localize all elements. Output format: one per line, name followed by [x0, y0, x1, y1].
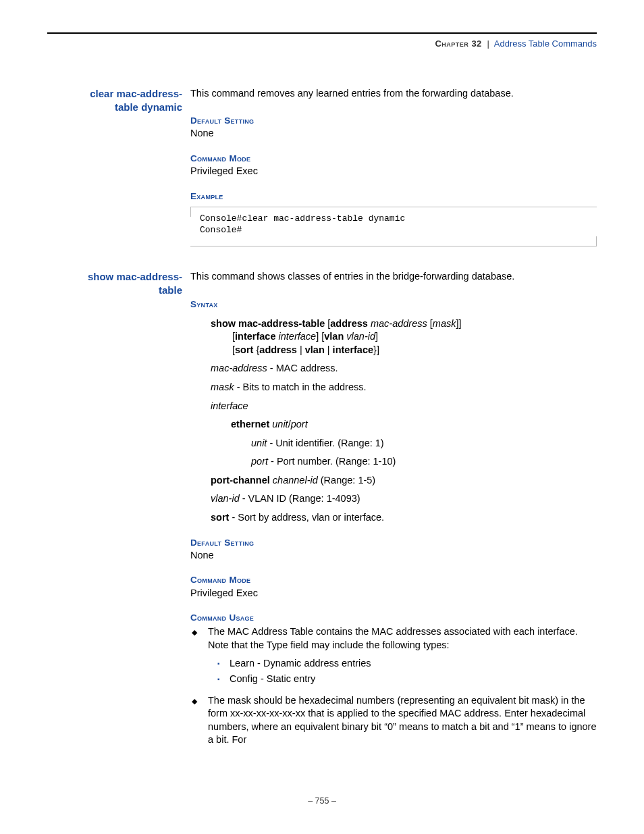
cmd-name-line2: table: [159, 284, 182, 296]
param-label: mac-address: [211, 363, 267, 373]
kw-vlan: vlan: [324, 331, 344, 342]
cmd-description: This command removes any learned entries…: [190, 87, 597, 101]
param-ethernet: ethernet unit/port: [231, 418, 597, 432]
kw-vlan2: vlan: [305, 344, 325, 355]
param-desc: - Sort by address, vlan or interface.: [229, 512, 384, 523]
param-label: interface: [211, 400, 248, 411]
kw-show: show mac-address-table: [211, 318, 325, 329]
kw-sort: sort: [235, 344, 253, 355]
param-unit: unit - Unit identifier. (Range: 1): [251, 437, 597, 450]
default-setting-head: Default Setting: [190, 537, 597, 549]
header-rule: [47, 32, 597, 34]
sub-item: Config - Static entry: [227, 673, 597, 686]
page-number: – 755 –: [308, 796, 336, 806]
param-port: port - Port number. (Range: 1-10): [251, 455, 597, 469]
arg-interface: interface: [279, 331, 317, 342]
syntax-head: Syntax: [190, 298, 597, 311]
usage-item: The mask should be hexadecimal numbers (…: [204, 694, 597, 747]
command-usage-head: Command Usage: [190, 612, 597, 624]
arg-vlanid: vlan-id: [346, 331, 375, 342]
arg-mask: mask: [433, 318, 456, 329]
page-footer: – 755 –: [0, 796, 644, 807]
param-label: vlan-id: [211, 493, 240, 504]
default-setting-body: None: [190, 549, 597, 563]
cmd-name-line2: table dynamic: [115, 101, 182, 113]
kw-address: address: [330, 318, 368, 329]
default-setting-body: None: [190, 127, 597, 140]
param-arg2: port: [291, 419, 308, 429]
example-head: Example: [190, 190, 597, 203]
header-title: Address Table Commands: [494, 38, 597, 49]
param-label: sort: [211, 512, 229, 523]
param-vlanid: vlan-id - VLAN ID (Range: 1-4093): [211, 492, 597, 506]
running-header: Chapter 32 | Address Table Commands: [47, 38, 597, 50]
cmd-name-line1: show mac-address-: [88, 271, 182, 282]
cmd-description: This command shows classes of entries in…: [190, 270, 597, 284]
param-mask: mask - Bits to match in the address.: [211, 381, 597, 394]
param-kw: port-channel: [211, 475, 270, 486]
sub-item: Learn - Dynamic address entries: [227, 657, 597, 671]
command-name: clear mac-address- table dynamic: [47, 87, 190, 246]
kw-interface: interface: [235, 331, 275, 342]
usage-sublist: Learn - Dynamic address entries Config -…: [217, 657, 597, 685]
param-sort: sort - Sort by address, vlan or interfac…: [211, 511, 597, 525]
syntax-line1: show mac-address-table [address mac-addr…: [211, 317, 597, 357]
param-arg: unit: [272, 419, 288, 429]
param-desc: - MAC address.: [267, 363, 338, 373]
param-arg: channel-id: [273, 475, 318, 486]
command-name: show mac-address- table: [47, 270, 190, 755]
default-setting-head: Default Setting: [190, 115, 597, 127]
usage-text: The mask should be hexadecimal numbers (…: [208, 695, 596, 746]
usage-item: The MAC Address Table contains the MAC a…: [204, 625, 597, 685]
command-show-mac: show mac-address- table This command sho…: [47, 270, 597, 755]
param-label: port: [251, 456, 268, 467]
param-desc: - VLAN ID (Range: 1-4093): [240, 493, 360, 504]
command-mode-head: Command Mode: [190, 574, 597, 586]
chapter-label: Chapter 32: [435, 38, 481, 49]
param-desc: (Range: 1-5): [318, 475, 375, 486]
param-label: unit: [251, 438, 267, 448]
param-desc: - Bits to match in the address.: [234, 382, 367, 392]
param-interface: interface: [211, 400, 597, 413]
kw-address2: address: [259, 344, 297, 355]
param-portchannel: port-channel channel-id (Range: 1-5): [211, 474, 597, 488]
usage-list: The MAC Address Table contains the MAC a…: [190, 625, 597, 747]
command-mode-body: Privileged Exec: [190, 587, 597, 600]
cmd-name-line1: clear mac-address-: [90, 88, 182, 99]
param-macaddress: mac-address - MAC address.: [211, 362, 597, 375]
usage-text: The MAC Address Table contains the MAC a…: [208, 626, 578, 650]
arg-macaddr: mac-address: [371, 318, 427, 329]
param-kw: ethernet: [231, 419, 269, 429]
command-mode-head: Command Mode: [190, 153, 597, 165]
param-desc: - Unit identifier. (Range: 1): [267, 438, 383, 448]
param-label: mask: [211, 382, 234, 392]
command-mode-body: Privileged Exec: [190, 165, 597, 178]
command-clear-mac: clear mac-address- table dynamic This co…: [47, 87, 597, 246]
kw-interface2: interface: [333, 344, 373, 355]
header-sep: |: [487, 38, 489, 49]
param-desc: - Port number. (Range: 1-10): [268, 456, 396, 467]
example-code: Console#clear mac-address-table dynamic …: [190, 207, 597, 246]
